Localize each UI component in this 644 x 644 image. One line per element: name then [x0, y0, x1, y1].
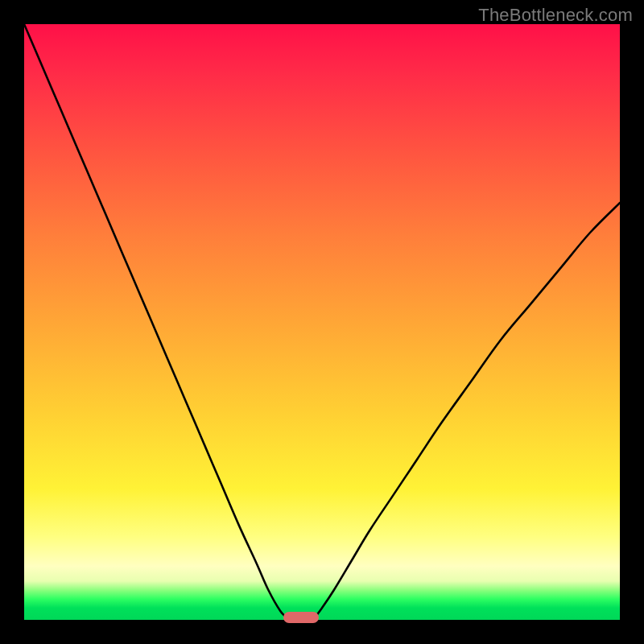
watermark-text: TheBottleneck.com: [478, 5, 633, 26]
bottleneck-marker: [283, 612, 319, 623]
chart-frame: TheBottleneck.com: [0, 0, 644, 644]
plot-area: [24, 24, 620, 620]
curve-svg: [24, 24, 620, 620]
right-curve-path: [313, 203, 620, 620]
left-curve-path: [24, 24, 289, 620]
